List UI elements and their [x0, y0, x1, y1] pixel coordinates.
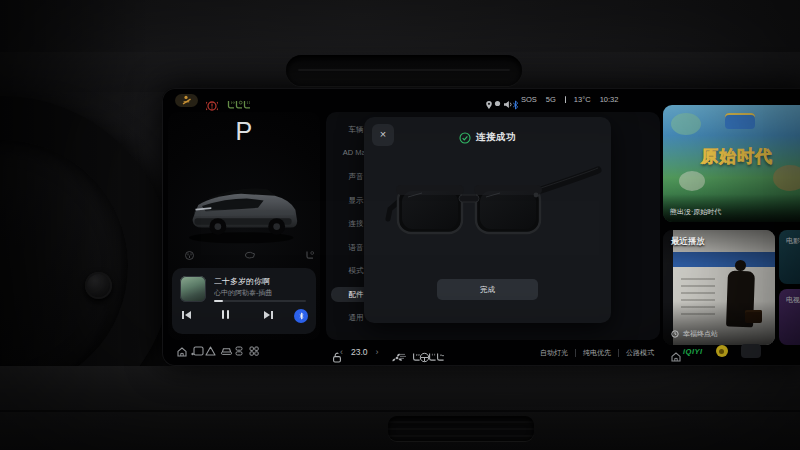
- dialog-title-row: 连接成功: [364, 131, 611, 144]
- status-bar-right: SOS 5G 13°C 10:32: [485, 93, 618, 106]
- climate-temperature[interactable]: 23.0: [351, 344, 368, 360]
- bluetooth-audio-button[interactable]: [294, 309, 308, 323]
- poster-caption: 熊出没·原始时代: [670, 207, 721, 217]
- bottom-air-vent: [388, 416, 534, 441]
- album-art[interactable]: [180, 276, 206, 302]
- settings-panel: 车辆 AD Max 声音 显示 连接 语音 模式 配件 通用 × 连接成功: [326, 112, 660, 340]
- yellow-app-icon[interactable]: [716, 345, 728, 357]
- category-tile-movies[interactable]: 电影: [779, 230, 800, 284]
- iqiyi-app-icon[interactable]: iQIYI: [683, 347, 703, 356]
- dialog-title: 连接成功: [476, 131, 516, 144]
- song-title: 二十多岁的你啊: [214, 276, 310, 287]
- glasses-connected-dialog: × 连接成功: [364, 117, 611, 323]
- movie-poster-card[interactable]: 原始时代 熊出没·原始时代: [663, 105, 800, 222]
- road-mode-button[interactable]: 公路模式: [626, 344, 654, 361]
- bottom-dock: ‹ 23.0 › 自动灯光 纯电优先: [162, 340, 800, 366]
- category-tile-tv[interactable]: 电视剧: [779, 289, 800, 345]
- recent-item-row: 幸福终点站: [671, 329, 718, 339]
- done-button[interactable]: 完成: [437, 279, 538, 300]
- ev-priority-button[interactable]: 纯电优先: [583, 344, 611, 361]
- recently-played-header: 最近播放: [671, 236, 705, 248]
- pause-button[interactable]: [222, 310, 229, 319]
- success-check-icon: [459, 132, 471, 144]
- media-controls: [172, 308, 316, 328]
- poster-logo-badge: [725, 113, 755, 129]
- song-artist: 心中的阿勒泰-插曲: [214, 288, 310, 298]
- history-clock-icon: [671, 330, 679, 338]
- gear-indicator: P: [168, 117, 320, 146]
- temp-up-chevron[interactable]: ›: [376, 344, 379, 360]
- poster-title-art: 原始时代: [663, 145, 800, 168]
- status-bar-left: [175, 93, 242, 107]
- top-air-vent: [286, 55, 522, 86]
- poster-decoration: [671, 113, 701, 135]
- dock-apps-group: iQIYI: [670, 344, 761, 358]
- dashboard-seam: [0, 410, 800, 412]
- previous-track-button[interactable]: [182, 311, 191, 319]
- recent-item-title: 幸福终点站: [683, 329, 718, 339]
- dock-quick-buttons: 自动灯光 纯电优先 公路模式: [540, 344, 654, 361]
- media-player-card[interactable]: 二十多岁的你啊 心中的阿勒泰-插曲: [172, 268, 316, 334]
- next-track-button[interactable]: [264, 311, 273, 319]
- car-render: [174, 164, 314, 248]
- dock-climate-group: ‹ 23.0 ›: [332, 344, 435, 360]
- auto-lights-button[interactable]: 自动灯光: [540, 344, 568, 361]
- vehicle-panel: P: [168, 112, 320, 340]
- recently-played-card[interactable]: 最近播放 幸福终点站: [663, 230, 775, 345]
- infotainment-screen: SOS 5G 13°C 10:32 P: [162, 88, 800, 366]
- partial-app-icon[interactable]: [741, 344, 761, 358]
- clock: 10:32: [600, 95, 619, 104]
- smart-glasses-image: [372, 153, 603, 271]
- sos-label: SOS: [521, 95, 537, 104]
- outside-temperature: 13°C: [574, 95, 591, 104]
- poster-decoration: [773, 165, 800, 191]
- network-label: 5G: [546, 95, 556, 104]
- seatbelt-warning-icon: [175, 94, 198, 107]
- poster-decoration: [679, 171, 705, 191]
- media-progress-bar[interactable]: [214, 300, 306, 302]
